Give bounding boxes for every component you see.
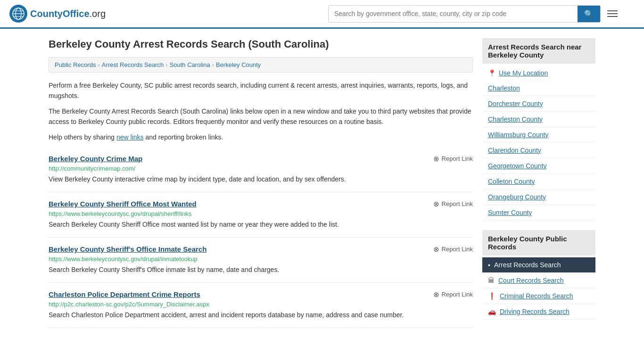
main-content: Berkeley County Arrest Records Search (S…: [49, 38, 473, 329]
arrest-records-icon: ▪: [488, 261, 490, 269]
record-card-0: Berkeley County Crime Map ⊗ Report Link …: [49, 147, 473, 192]
description-2: The Berkeley County Arrest Records Searc…: [49, 106, 473, 127]
sidebar-court-records[interactable]: 🏛 Court Records Search: [482, 273, 595, 288]
report-link-btn-0[interactable]: ⊗ Report Link: [433, 155, 473, 163]
record-url-2[interactable]: https://www.berkeleycountysc.gov/drupal/…: [49, 255, 473, 263]
sidebar-nearby-colleton[interactable]: Colleton County: [482, 174, 595, 189]
new-links[interactable]: new links: [116, 133, 144, 141]
report-link-btn-3[interactable]: ⊗ Report Link: [433, 290, 473, 299]
record-card-2: Berkeley County Sheriff's Office Inmate …: [49, 238, 473, 283]
sidebar-nearby-orangeburg[interactable]: Orangeburg County: [482, 189, 595, 205]
site-header: CountyOffice.org 🔍: [0, 0, 644, 29]
search-input[interactable]: [329, 6, 578, 22]
report-icon-2: ⊗: [433, 245, 439, 254]
sidebar-nearby-dorchester[interactable]: Dorchester County: [482, 96, 595, 112]
menu-button[interactable]: [604, 8, 620, 20]
sidebar: Arrest Records Search near Berkeley Coun…: [482, 38, 595, 329]
report-icon-0: ⊗: [433, 155, 439, 163]
sidebar-nearby-header: Arrest Records Search near Berkeley Coun…: [482, 38, 595, 64]
sidebar-nearby-georgetown[interactable]: Georgetown County: [482, 158, 595, 174]
breadcrumb-berkeley-county[interactable]: Berkeley County: [216, 61, 261, 68]
record-title-2[interactable]: Berkeley County Sheriff's Office Inmate …: [49, 245, 206, 253]
record-title-3[interactable]: Charleston Police Department Crime Repor…: [49, 290, 200, 298]
breadcrumb-public-records[interactable]: Public Records: [55, 61, 96, 68]
logo-text: CountyOffice.org: [30, 8, 106, 19]
sidebar-criminal-records[interactable]: ❗ Criminal Records Search: [482, 288, 595, 304]
record-desc-1: Search Berkeley County Sheriff Office mo…: [49, 220, 473, 230]
logo-icon: [9, 5, 27, 23]
sidebar-public-records-section: Berkeley County Public Records ▪ Arrest …: [482, 230, 595, 320]
report-link-btn-2[interactable]: ⊗ Report Link: [433, 245, 473, 254]
record-card-3: Charleston Police Department Crime Repor…: [49, 283, 473, 328]
breadcrumb: Public Records › Arrest Records Search ›…: [49, 57, 473, 73]
report-icon-3: ⊗: [433, 290, 439, 299]
driving-records-icon: 🚗: [488, 308, 496, 315]
sidebar-public-records-header: Berkeley County Public Records: [482, 230, 595, 255]
record-url-0[interactable]: http://communitycrimemap.com/: [49, 165, 473, 172]
sidebar-nearby-sumter[interactable]: Sumter County: [482, 205, 595, 221]
logo[interactable]: CountyOffice.org: [9, 5, 106, 23]
search-area: 🔍: [328, 5, 620, 23]
sidebar-driving-records[interactable]: 🚗 Driving Records Search: [482, 304, 595, 320]
use-location-link[interactable]: Use My Location: [499, 69, 548, 77]
record-card-1: Berkeley County Sheriff Office Most Want…: [49, 192, 473, 238]
breadcrumb-south-carolina[interactable]: South Carolina: [170, 61, 210, 68]
breadcrumb-arrest-records[interactable]: Arrest Records Search: [102, 61, 164, 68]
search-icon: 🔍: [584, 10, 594, 18]
record-url-3[interactable]: http://p2c.charleston-sc.gov/p2c/Summary…: [49, 301, 473, 308]
record-desc-2: Search Berkeley County Sheriff's Office …: [49, 265, 473, 275]
page-content: Berkeley County Arrest Records Search (S…: [39, 29, 605, 338]
record-title-0[interactable]: Berkeley County Crime Map: [49, 155, 142, 163]
court-records-icon: 🏛: [488, 277, 495, 284]
sidebar-nearby-clarendon[interactable]: Clarendon County: [482, 143, 595, 158]
sidebar-nearby-williamsburg[interactable]: Williamsburg County: [482, 127, 595, 143]
description-3: Help others by sharing new links and rep…: [49, 132, 473, 142]
criminal-records-icon: ❗: [488, 292, 496, 300]
report-icon-1: ⊗: [433, 200, 439, 208]
report-link-btn-1[interactable]: ⊗ Report Link: [433, 200, 473, 208]
record-title-1[interactable]: Berkeley County Sheriff Office Most Want…: [49, 200, 197, 208]
search-bar: 🔍: [328, 5, 601, 23]
use-location-item[interactable]: 📍 Use My Location: [482, 66, 595, 81]
record-desc-3: Search Charleston Police Department acci…: [49, 310, 473, 320]
sidebar-nearby-section: Arrest Records Search near Berkeley Coun…: [482, 38, 595, 221]
search-button[interactable]: 🔍: [578, 6, 600, 22]
sidebar-nearby-charleston[interactable]: Charleston: [482, 81, 595, 96]
sidebar-nearby-charleston-county[interactable]: Charleston County: [482, 112, 595, 127]
records-list: Berkeley County Crime Map ⊗ Report Link …: [49, 147, 473, 328]
page-title: Berkeley County Arrest Records Search (S…: [49, 38, 473, 50]
record-desc-0: View Berkeley County interactive crime m…: [49, 174, 473, 184]
sidebar-arrest-records[interactable]: ▪ Arrest Records Search: [482, 257, 595, 273]
location-icon: 📍: [488, 69, 496, 77]
description-1: Perform a free Berkeley County, SC publi…: [49, 80, 473, 101]
record-url-1[interactable]: https://www.berkeleycountysc.gov/drupal/…: [49, 210, 473, 217]
